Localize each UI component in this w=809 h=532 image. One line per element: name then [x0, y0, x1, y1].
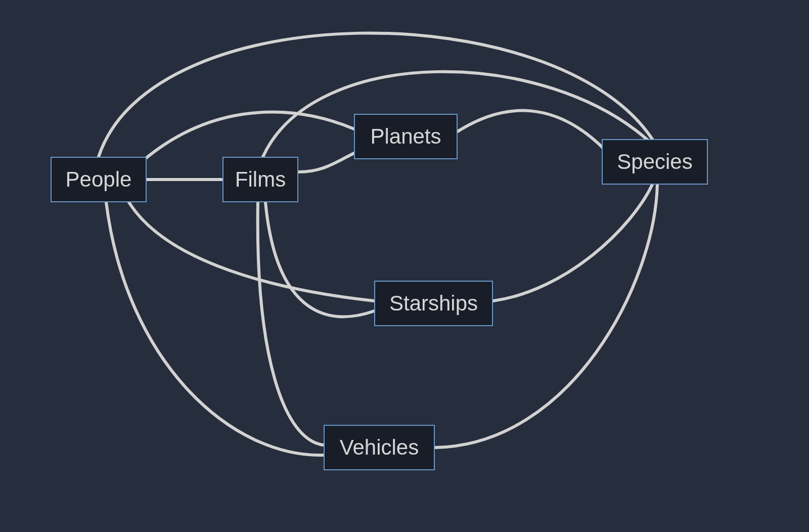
edge-planets-species: [458, 111, 604, 149]
edge-people-starships: [129, 202, 374, 301]
node-label: Planets: [370, 124, 441, 149]
node-label: Films: [235, 167, 286, 192]
node-films[interactable]: Films: [222, 157, 298, 202]
node-starships[interactable]: Starships: [374, 281, 493, 326]
node-label: Vehicles: [340, 435, 419, 460]
node-label: People: [66, 167, 132, 192]
diagram-canvas: People Films Planets Starships Vehicles …: [0, 0, 809, 532]
edge-films-vehicles: [258, 202, 324, 445]
node-label: Species: [617, 150, 692, 174]
edge-people-planets: [142, 112, 354, 162]
node-planets[interactable]: Planets: [354, 114, 458, 159]
node-species[interactable]: Species: [602, 139, 708, 185]
edge-starships-species: [493, 185, 652, 301]
node-people[interactable]: People: [51, 157, 147, 202]
node-vehicles[interactable]: Vehicles: [324, 425, 435, 470]
node-label: Starships: [389, 291, 478, 316]
edge-films-planets: [298, 153, 355, 172]
